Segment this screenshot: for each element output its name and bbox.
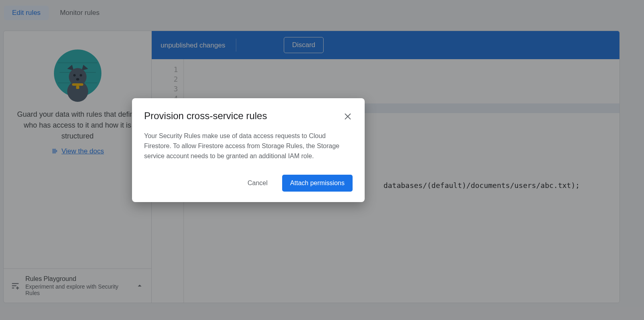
dialog-title: Provision cross-service rules (144, 110, 267, 122)
cancel-button[interactable]: Cancel (242, 175, 273, 192)
attach-permissions-button[interactable]: Attach permissions (282, 175, 353, 192)
dialog-body: Your Security Rules make use of data acc… (144, 131, 349, 161)
close-icon[interactable] (343, 111, 353, 121)
dialog-actions: Cancel Attach permissions (144, 175, 353, 192)
provision-dialog: Provision cross-service rules Your Secur… (132, 98, 365, 202)
